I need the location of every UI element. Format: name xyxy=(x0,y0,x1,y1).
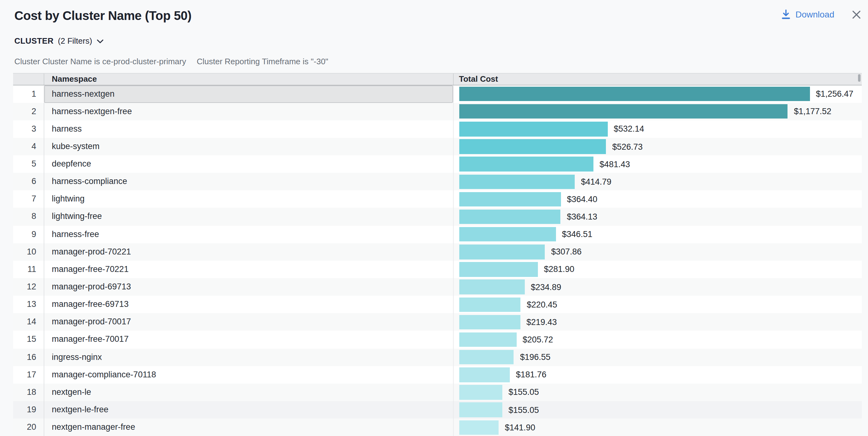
namespace-cell[interactable]: manager-free-70221 xyxy=(44,261,453,278)
namespace-cell[interactable]: manager-prod-70017 xyxy=(44,313,453,331)
total-cost-cell[interactable]: $141.90 xyxy=(453,418,862,436)
row-index: 1 xyxy=(13,85,44,103)
total-cost-cell[interactable]: $364.40 xyxy=(453,191,862,208)
namespace-cell[interactable]: harness xyxy=(44,120,453,138)
total-cost-cell[interactable]: $155.05 xyxy=(453,383,862,401)
cost-bar xyxy=(459,157,593,172)
total-cost-cell[interactable]: $307.86 xyxy=(453,243,862,261)
table-row[interactable]: 15manager-free-70017$205.72 xyxy=(13,331,862,348)
table-row[interactable]: 13manager-free-69713$220.45 xyxy=(13,295,862,313)
table-row[interactable]: 18nextgen-le$155.05 xyxy=(13,383,862,401)
cost-bar xyxy=(459,420,499,435)
namespace-cell[interactable]: harness-nextgen xyxy=(44,85,453,103)
header-cell-namespace[interactable]: Namespace xyxy=(44,73,453,85)
namespace-cell[interactable]: lightwing xyxy=(44,191,453,208)
table-row[interactable]: 10manager-prod-70221$307.86 xyxy=(13,243,862,261)
row-index: 18 xyxy=(13,383,44,401)
table-row[interactable]: 14manager-prod-70017$219.43 xyxy=(13,313,862,331)
namespace-cell[interactable]: harness-compliance xyxy=(44,173,453,190)
filter-group-toggle[interactable]: CLUSTER (2 Filters) xyxy=(14,36,103,45)
cost-bar xyxy=(459,245,545,259)
total-cost-cell[interactable]: $220.45 xyxy=(453,295,862,313)
table-row[interactable]: 8lightwing-free$364.13 xyxy=(13,208,862,225)
table-body: 1harness-nextgen$1,256.472harness-nextge… xyxy=(13,85,862,436)
cost-bar xyxy=(459,385,502,400)
namespace-cell[interactable]: lightwing-free xyxy=(44,208,453,225)
cost-value: $532.14 xyxy=(614,124,644,134)
download-icon xyxy=(781,9,790,19)
namespace-cell[interactable]: deepfence xyxy=(44,155,453,173)
cost-bar xyxy=(459,280,525,294)
total-cost-cell[interactable]: $234.89 xyxy=(453,278,862,295)
total-cost-cell[interactable]: $526.73 xyxy=(453,138,862,155)
download-button[interactable]: Download xyxy=(781,9,834,19)
namespace-cell[interactable]: harness-nextgen-free xyxy=(44,103,453,120)
cost-bar xyxy=(459,403,502,417)
namespace-cell[interactable]: ingress-nginx xyxy=(44,348,453,366)
filter-count-label: (2 Filters) xyxy=(58,36,92,45)
row-index: 16 xyxy=(13,348,44,366)
table-row[interactable]: 16ingress-nginx$196.55 xyxy=(13,348,862,366)
total-cost-cell[interactable]: $1,177.52 xyxy=(453,103,862,120)
table-row[interactable]: 19nextgen-le-free$155.05 xyxy=(13,401,862,418)
header-cell-total-cost[interactable]: Total Cost xyxy=(453,73,862,85)
cost-value: $364.40 xyxy=(567,195,597,204)
header-cell-index xyxy=(13,73,44,85)
table-row[interactable]: 1harness-nextgen$1,256.47 xyxy=(13,85,862,103)
namespace-cell[interactable]: manager-prod-69713 xyxy=(44,278,453,295)
table-row[interactable]: 11manager-free-70221$281.90 xyxy=(13,261,862,278)
total-cost-cell[interactable]: $532.14 xyxy=(453,120,862,138)
namespace-cell[interactable]: manager-compliance-70118 xyxy=(44,366,453,383)
cost-value: $414.79 xyxy=(581,177,612,187)
cost-bar xyxy=(459,104,787,119)
row-index: 4 xyxy=(13,138,44,155)
row-index: 19 xyxy=(13,401,44,418)
row-index: 5 xyxy=(13,155,44,173)
total-cost-cell[interactable]: $281.90 xyxy=(453,261,862,278)
total-cost-cell[interactable]: $205.72 xyxy=(453,331,862,348)
namespace-cell[interactable]: nextgen-manager-free xyxy=(44,418,453,436)
cost-value: $307.86 xyxy=(551,247,582,257)
table-row[interactable]: 5deepfence$481.43 xyxy=(13,155,862,173)
table-row[interactable]: 9harness-free$346.51 xyxy=(13,225,862,243)
namespace-cell[interactable]: harness-free xyxy=(44,225,453,243)
filter-group-label: CLUSTER xyxy=(14,36,54,45)
cost-bar xyxy=(459,262,537,277)
total-cost-cell[interactable]: $155.05 xyxy=(453,401,862,418)
total-cost-cell[interactable]: $1,256.47 xyxy=(453,85,862,103)
total-cost-cell[interactable]: $346.51 xyxy=(453,225,862,243)
cost-value: $1,177.52 xyxy=(794,107,831,116)
namespace-cell[interactable]: manager-free-69713 xyxy=(44,295,453,313)
namespace-cell[interactable]: kube-system xyxy=(44,138,453,155)
namespace-cell[interactable]: manager-free-70017 xyxy=(44,331,453,348)
total-cost-cell[interactable]: $219.43 xyxy=(453,313,862,331)
table-row[interactable]: 7lightwing$364.40 xyxy=(13,191,862,208)
row-index: 7 xyxy=(13,191,44,208)
cost-bar xyxy=(459,139,606,154)
cost-value: $219.43 xyxy=(526,317,557,327)
total-cost-cell[interactable]: $196.55 xyxy=(453,348,862,366)
row-index: 13 xyxy=(13,295,44,313)
total-cost-cell[interactable]: $414.79 xyxy=(453,173,862,190)
total-cost-cell[interactable]: $481.43 xyxy=(453,155,862,173)
table-row[interactable]: 3harness$532.14 xyxy=(13,120,862,138)
namespace-cell[interactable]: nextgen-le-free xyxy=(44,401,453,418)
cost-value: $481.43 xyxy=(600,159,630,169)
total-cost-cell[interactable]: $181.76 xyxy=(453,366,862,383)
scrollbar-thumb[interactable] xyxy=(858,74,861,82)
table-row[interactable]: 6harness-compliance$414.79 xyxy=(13,173,862,190)
table-row[interactable]: 4kube-system$526.73 xyxy=(13,138,862,155)
table-row[interactable]: 20nextgen-manager-free$141.90 xyxy=(13,418,862,436)
cost-value: $196.55 xyxy=(520,352,551,362)
table-row[interactable]: 17manager-compliance-70118$181.76 xyxy=(13,366,862,383)
cost-bar xyxy=(459,297,520,312)
row-index: 20 xyxy=(13,418,44,436)
total-cost-cell[interactable]: $364.13 xyxy=(453,208,862,225)
table-row[interactable]: 12manager-prod-69713$234.89 xyxy=(13,278,862,295)
namespace-cell[interactable]: manager-prod-70221 xyxy=(44,243,453,261)
namespace-cell[interactable]: nextgen-le xyxy=(44,383,453,401)
close-button[interactable] xyxy=(850,8,862,21)
row-index: 11 xyxy=(13,261,44,278)
table-row[interactable]: 2harness-nextgen-free$1,177.52 xyxy=(13,103,862,120)
cost-value: $346.51 xyxy=(562,229,592,239)
